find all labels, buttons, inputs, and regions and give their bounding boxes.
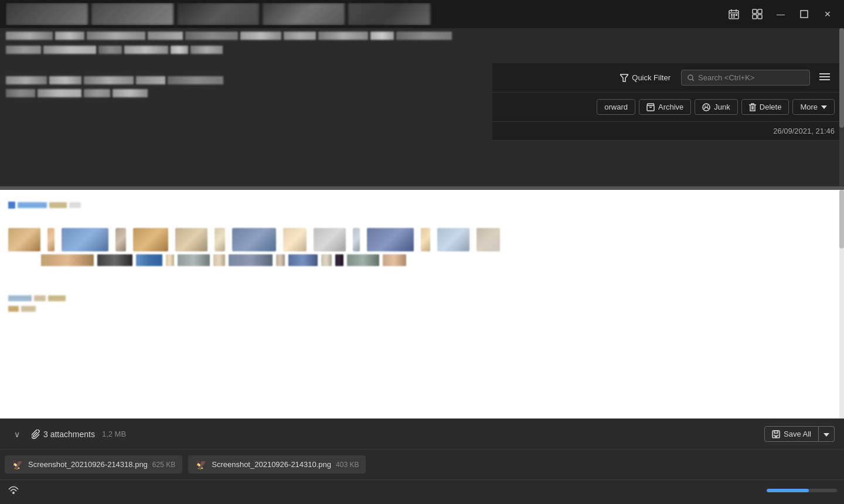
forward-label: orward <box>604 103 628 111</box>
scrollbar-track[interactable] <box>839 28 844 186</box>
svg-rect-8 <box>733 16 735 18</box>
email-list-preview: Quick Filter Search <Ctrl+K> orward <box>0 28 844 186</box>
filesize-1: 403 KB <box>336 461 359 469</box>
title-bar: — ✕ <box>0 0 844 28</box>
search-box[interactable]: Search <Ctrl+K> <box>681 70 810 86</box>
junk-btn[interactable]: Junk <box>695 99 737 115</box>
signal-icon <box>7 485 20 494</box>
attachments-bar: ∨ 3 attachments 1,2 MB Save All <box>0 418 844 449</box>
svg-marker-27 <box>821 105 827 109</box>
attachment-files-row: 🦅 Screenshot_20210926-214318.png 625 KB … <box>0 449 844 479</box>
svg-point-32 <box>12 492 15 494</box>
forward-btn[interactable]: orward <box>597 99 635 115</box>
expand-icon: ∨ <box>14 430 20 439</box>
svg-rect-10 <box>758 9 762 13</box>
filename-1: Screenshot_20210926-214310.png <box>212 460 331 469</box>
svg-rect-4 <box>731 14 733 16</box>
svg-marker-14 <box>620 74 628 81</box>
calendar-icon-btn[interactable] <box>723 4 744 25</box>
window-controls: — ✕ <box>723 4 838 25</box>
app-window: — ✕ <box>0 0 844 504</box>
svg-rect-9 <box>753 9 757 13</box>
more-btn[interactable]: More <box>792 99 835 115</box>
email-body <box>0 190 844 418</box>
filesize-0: 625 KB <box>152 461 175 469</box>
save-all-group: Save All <box>764 426 835 442</box>
svg-rect-12 <box>758 15 762 19</box>
radio-signal-icon <box>7 485 20 496</box>
svg-point-15 <box>688 75 693 80</box>
svg-rect-29 <box>774 431 778 433</box>
progress-bar <box>767 489 837 492</box>
attachment-size: 1,2 MB <box>102 430 126 438</box>
file-icon-0: 🦅 <box>12 459 23 470</box>
close-btn[interactable]: ✕ <box>817 4 838 25</box>
save-all-dropdown-btn[interactable] <box>819 426 835 442</box>
attachments-expand-btn[interactable]: ∨ <box>9 427 25 441</box>
progress-fill <box>767 489 809 492</box>
filename-0: Screenshot_20210926-214318.png <box>28 460 148 469</box>
save-all-label: Save All <box>784 430 811 438</box>
attachment-count-label: 3 attachments <box>43 430 95 439</box>
svg-rect-20 <box>647 105 654 111</box>
email-date: 26/09/2021, 21:46 <box>773 127 835 135</box>
scrollbar-thumb[interactable] <box>839 28 844 128</box>
svg-marker-31 <box>823 433 829 437</box>
delete-label: Delete <box>760 103 782 111</box>
quick-filter-btn[interactable]: Quick Filter <box>614 70 676 85</box>
attachment-file-0[interactable]: 🦅 Screenshot_20210926-214318.png 625 KB <box>5 455 182 474</box>
svg-rect-6 <box>736 14 737 16</box>
archive-label: Archive <box>658 103 683 111</box>
svg-rect-7 <box>731 16 733 18</box>
layout-icon-btn[interactable] <box>747 4 768 25</box>
archive-btn[interactable]: Archive <box>639 99 691 115</box>
junk-label: Junk <box>714 103 730 111</box>
save-all-btn[interactable]: Save All <box>764 426 819 442</box>
email-body-scrollbar-thumb[interactable] <box>839 190 844 248</box>
status-bar <box>0 479 844 500</box>
quick-filter-label: Quick Filter <box>632 73 671 82</box>
maximize-btn[interactable] <box>794 4 815 25</box>
delete-btn[interactable]: Delete <box>741 99 789 115</box>
attachment-file-1[interactable]: 🦅 Screenshot_20210926-214310.png 403 KB <box>188 455 366 474</box>
save-icon <box>772 430 780 438</box>
dropdown-arrow-icon <box>823 433 829 437</box>
paperclip-icon <box>32 430 40 439</box>
svg-rect-5 <box>733 14 735 16</box>
svg-line-16 <box>692 79 694 81</box>
svg-rect-13 <box>801 11 808 18</box>
minimize-btn[interactable]: — <box>770 4 791 25</box>
more-label: More <box>800 103 818 111</box>
attachment-info: 3 attachments <box>32 430 95 439</box>
file-icon-1: 🦅 <box>195 459 207 470</box>
search-placeholder: Search <Ctrl+K> <box>698 73 754 82</box>
svg-rect-11 <box>753 15 757 19</box>
hamburger-menu-btn[interactable] <box>815 69 835 87</box>
email-body-scrollbar[interactable] <box>839 190 844 418</box>
